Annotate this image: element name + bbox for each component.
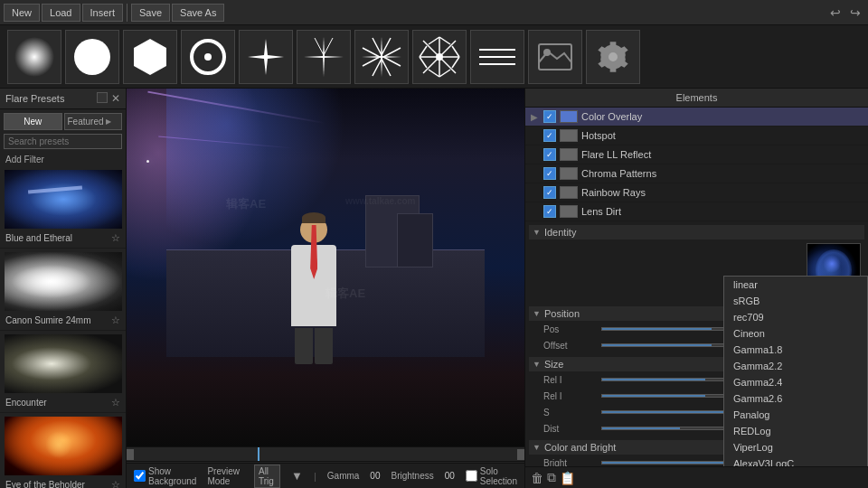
preset-thumbnail xyxy=(5,334,122,393)
element-row[interactable]: ✓ Chroma Patterns xyxy=(525,164,868,183)
playback-bar xyxy=(127,446,524,461)
svg-line-16 xyxy=(452,57,459,68)
preview-area: 辑客AE 辑客AE www.talkae.com ▬▼ ⏮ ◀◀ ◀ ▶ ▶ ▶… xyxy=(127,89,524,488)
preset-thumbnail xyxy=(5,252,122,311)
timeline-handle-left[interactable] xyxy=(127,449,134,460)
preset-thumbnail xyxy=(5,170,122,229)
list-item[interactable]: Blue and Etheral ☆ xyxy=(0,166,126,249)
element-check[interactable]: ✓ xyxy=(543,186,556,199)
show-background-checkbox[interactable] xyxy=(134,470,146,482)
undo-button[interactable]: ↩ xyxy=(826,5,844,20)
brush-starburst[interactable] xyxy=(297,30,351,84)
brush-starburst2[interactable] xyxy=(354,30,409,84)
element-check[interactable]: ✓ xyxy=(543,148,556,161)
left-panel: Flare Presets ✕ New Featured ▶ Add Filte… xyxy=(0,89,127,488)
brush-ring[interactable] xyxy=(181,30,235,84)
element-color[interactable] xyxy=(560,110,578,123)
element-color[interactable] xyxy=(560,186,578,199)
s-label: S xyxy=(543,408,598,418)
solo-selection-check[interactable]: Solo Selection xyxy=(466,466,517,486)
load-button[interactable]: Load xyxy=(42,4,80,22)
gear-settings-button[interactable] xyxy=(586,30,640,84)
cs-option-redlog[interactable]: REDLog xyxy=(724,423,867,439)
props-panel: ▼ Identity xyxy=(525,221,868,466)
copy-button[interactable]: ⧉ xyxy=(547,470,556,485)
brush-image[interactable] xyxy=(528,30,582,84)
element-check[interactable]: ✓ xyxy=(543,205,556,218)
star-icon[interactable]: ☆ xyxy=(111,314,120,326)
tab-featured[interactable]: Featured ▶ xyxy=(64,113,123,130)
cs-option-cineon[interactable]: Cineon xyxy=(724,325,867,342)
redo-button[interactable]: ↪ xyxy=(846,5,864,20)
element-color[interactable] xyxy=(560,129,578,142)
cs-option-gamma22[interactable]: Gamma2.2 xyxy=(724,358,867,374)
brush-lines[interactable] xyxy=(470,30,524,84)
add-filter-button[interactable]: Add Filter xyxy=(0,153,126,166)
list-item[interactable]: Encounter ☆ xyxy=(0,331,126,413)
timeline-track[interactable] xyxy=(127,447,524,461)
element-row[interactable]: ✓ Flare LL Reflect xyxy=(525,145,868,164)
star-icon[interactable]: ☆ xyxy=(111,232,120,244)
cs-option-panalog[interactable]: Panalog xyxy=(724,407,867,423)
svg-line-10 xyxy=(429,37,439,44)
minimize-button[interactable] xyxy=(97,92,108,103)
list-item[interactable]: Canon Sumire 24mm ☆ xyxy=(0,249,126,331)
element-color[interactable] xyxy=(560,148,578,161)
cs-option-rec709[interactable]: rec709 xyxy=(724,309,867,325)
element-check[interactable]: ✓ xyxy=(543,129,556,142)
new-button[interactable]: New xyxy=(4,4,40,22)
elements-list: ▶ ✓ Color Overlay ✓ Hotspot ✓ Flare LL R… xyxy=(525,108,868,221)
cs-option-viperlog[interactable]: ViperLog xyxy=(724,439,867,455)
list-item[interactable]: Eye of the Beholder ☆ xyxy=(0,413,126,488)
icon-bar xyxy=(0,25,868,89)
brush-rays[interactable] xyxy=(412,30,467,84)
show-background-check[interactable]: Show Background xyxy=(134,466,196,486)
identity-header[interactable]: ▼ Identity xyxy=(529,225,864,239)
element-color[interactable] xyxy=(560,167,578,180)
cs-option-gamma26[interactable]: Gamma2.6 xyxy=(724,390,867,407)
element-row[interactable]: ✓ Hotspot xyxy=(525,127,868,145)
delete-button[interactable]: 🗑 xyxy=(531,471,543,485)
cs-option-srgb[interactable]: sRGB xyxy=(724,293,867,309)
brush-star4[interactable] xyxy=(239,30,293,84)
section-arrow: ▼ xyxy=(533,309,541,318)
close-button[interactable]: ✕ xyxy=(111,92,120,105)
cs-option-alexav3logc[interactable]: AlexaV3LogC xyxy=(724,455,867,466)
timeline-handle-right[interactable] xyxy=(517,449,524,460)
tab-new[interactable]: New xyxy=(4,113,62,130)
cs-option-linear[interactable]: linear xyxy=(724,277,867,293)
preview-inner: 辑客AE 辑客AE www.talkae.com xyxy=(127,89,524,446)
cs-option-gamma18[interactable]: Gamma1.8 xyxy=(724,342,867,358)
bg-element xyxy=(397,213,433,267)
search-presets-input[interactable] xyxy=(4,134,122,149)
brush-hexagon[interactable] xyxy=(123,30,177,84)
brush-soft-circle[interactable] xyxy=(7,30,61,84)
element-row[interactable]: ✓ Lens Dirt xyxy=(525,202,868,221)
save-as-button[interactable]: Save As xyxy=(172,4,224,22)
element-row[interactable]: ▶ ✓ Color Overlay xyxy=(525,108,868,127)
cs-option-gamma24[interactable]: Gamma2.4 xyxy=(724,374,867,390)
preview-mode-dropdown[interactable]: ▼ xyxy=(291,469,303,483)
playhead[interactable] xyxy=(258,447,259,461)
element-check[interactable]: ✓ xyxy=(543,167,556,180)
element-row[interactable]: ✓ Rainbow Rays xyxy=(525,183,868,202)
preset-list: Blue and Etheral ☆ Canon Sumire 24mm ☆ xyxy=(0,166,126,488)
watermark: 辑客AE xyxy=(326,286,365,302)
person-legs xyxy=(278,328,350,364)
save-button[interactable]: Save xyxy=(131,4,170,22)
element-check[interactable]: ✓ xyxy=(543,110,556,123)
flare-presets-title: Flare Presets xyxy=(5,93,64,104)
insert-button[interactable]: Insert xyxy=(82,4,124,22)
brush-hard-circle[interactable] xyxy=(65,30,119,84)
colorspace-dropdown: linear sRGB rec709 Cineon Gamma1.8 Gamma… xyxy=(723,276,868,466)
star-icon[interactable]: ☆ xyxy=(111,397,120,408)
solo-selection-checkbox[interactable] xyxy=(466,470,477,482)
status-bar: Show Background Preview Mode All Trig ▼ … xyxy=(127,463,524,488)
rel1-label: Rel I xyxy=(543,375,598,385)
star-icon[interactable]: ☆ xyxy=(111,479,120,488)
preset-label: Blue and Etheral ☆ xyxy=(4,230,122,246)
element-color[interactable] xyxy=(560,205,578,218)
watermark: 辑客AE xyxy=(226,196,266,212)
svg-point-22 xyxy=(543,49,551,56)
paste-button[interactable]: 📋 xyxy=(560,471,575,485)
